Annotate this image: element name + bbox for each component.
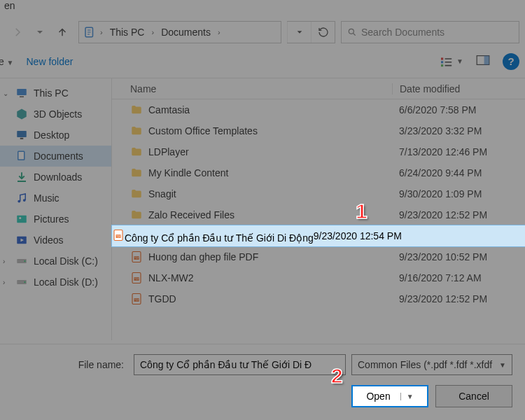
view-options-button[interactable]: ▼ xyxy=(440,56,463,67)
up-button[interactable] xyxy=(52,22,73,43)
recent-locations-button[interactable] xyxy=(29,22,50,43)
svg-rect-7 xyxy=(17,89,27,95)
sidebar-item-videos[interactable]: Videos xyxy=(0,230,111,251)
navigation-sidebar: ⌄ This PC 3D Objects Desktop Documents xyxy=(0,78,112,340)
svg-rect-9 xyxy=(17,131,27,137)
folder-icon xyxy=(130,146,143,158)
videos-icon xyxy=(15,234,28,246)
svg-rect-4 xyxy=(441,64,443,66)
svg-point-15 xyxy=(19,217,21,219)
file-date: 3/23/2020 3:32 PM xyxy=(392,125,525,136)
file-name: Custom Office Templates xyxy=(148,125,258,136)
expand-icon: › xyxy=(3,279,10,286)
sidebar-item-music[interactable]: Music xyxy=(0,188,111,209)
file-date: 7/13/2020 12:46 PM xyxy=(392,146,525,158)
desktop-icon xyxy=(15,129,28,141)
file-list-pane: Name Date modified Camtasia6/6/2020 7:58… xyxy=(112,78,525,340)
file-row[interactable]: Custom Office Templates3/23/2020 3:32 PM xyxy=(112,120,525,141)
back-button[interactable] xyxy=(0,22,6,43)
file-row[interactable]: Zalo Received Files9/23/2020 12:52 PM xyxy=(112,204,525,225)
svg-rect-2 xyxy=(441,57,443,59)
folder-icon xyxy=(130,104,143,116)
file-row[interactable]: Snagit9/30/2020 1:09 PM xyxy=(112,183,525,204)
file-name: LDPlayer xyxy=(148,146,189,158)
sidebar-item-documents[interactable]: Documents xyxy=(0,146,111,167)
address-path[interactable]: › This PC › Documents › xyxy=(78,21,281,43)
sidebar-item-label: Local Disk (C:) xyxy=(34,255,98,267)
sidebar-item-pictures[interactable]: Pictures xyxy=(0,209,111,230)
sidebar-item-this-pc[interactable]: ⌄ This PC xyxy=(0,83,111,104)
refresh-button[interactable] xyxy=(311,22,335,43)
expand-icon: › xyxy=(3,258,10,265)
split-chevron-icon[interactable]: ▼ xyxy=(400,393,414,400)
chevron-icon: › xyxy=(150,28,155,36)
file-name: NLX-MW2 xyxy=(148,272,194,284)
column-date-modified[interactable]: Date modified xyxy=(392,83,525,94)
svg-rect-11 xyxy=(18,151,24,160)
address-bar-row: › This PC › Documents › Search Documents xyxy=(0,13,525,45)
pdf-icon: PDF xyxy=(112,229,125,241)
sidebar-item-local-disk-c[interactable]: › Local Disk (C:) xyxy=(0,251,111,272)
svg-point-13 xyxy=(23,199,26,202)
file-row[interactable]: PDFHuong dan ghep file PDF9/23/2020 10:5… xyxy=(112,246,525,267)
breadcrumb-documents[interactable]: Documents xyxy=(158,27,214,38)
folder-icon xyxy=(130,209,143,221)
sidebar-item-3d-objects[interactable]: 3D Objects xyxy=(0,104,111,125)
file-date: 9/23/2020 12:52 PM xyxy=(392,293,525,304)
svg-rect-10 xyxy=(20,138,24,139)
svg-text:PDF: PDF xyxy=(134,257,139,260)
column-name[interactable]: Name xyxy=(112,83,392,94)
organize-menu[interactable]: nize ▼ xyxy=(0,56,13,67)
pictures-icon xyxy=(15,213,28,225)
forward-button[interactable] xyxy=(7,22,28,43)
open-button[interactable]: Open ▼ xyxy=(351,385,428,407)
file-row[interactable]: My Kindle Content6/24/2020 9:44 PM xyxy=(112,162,525,183)
file-date: 6/24/2020 9:44 PM xyxy=(392,167,525,178)
filename-input[interactable] xyxy=(134,354,346,375)
file-type-filter[interactable]: Common Files (*.pdf *.fdf *.xfdf ▼ xyxy=(351,354,512,375)
file-name: Huong dan ghep file PDF xyxy=(148,251,258,262)
collapse-icon: ⌄ xyxy=(3,90,10,97)
sidebar-item-downloads[interactable]: Downloads xyxy=(0,167,111,188)
highlight-cutout: PDFCông ty Cổ phần Đầu tư Thế Giới Di Độ… xyxy=(112,225,525,246)
file-row[interactable]: Camtasia6/6/2020 7:58 PM xyxy=(112,99,525,120)
bottom-panel: File name: Common Files (*.pdf *.fdf *.x… xyxy=(0,344,525,420)
search-input[interactable]: Search Documents xyxy=(341,21,519,43)
file-name: Công ty Cổ phần Đầu tư Thế Giới Di Động xyxy=(125,232,314,244)
file-date: 9/23/2020 10:52 PM xyxy=(392,251,525,262)
chevron-icon: › xyxy=(216,28,222,36)
svg-rect-3 xyxy=(441,61,443,63)
svg-text:PDF: PDF xyxy=(115,234,121,237)
file-name: TGDD xyxy=(148,293,176,304)
preview-pane-button[interactable] xyxy=(476,55,490,68)
file-row[interactable]: PDFNLX-MW29/16/2020 7:12 AM xyxy=(112,267,525,288)
sidebar-item-label: This PC xyxy=(34,88,69,99)
disk-icon xyxy=(15,255,28,267)
folder-icon xyxy=(130,125,143,137)
file-date: 9/23/2020 12:54 PM xyxy=(314,230,402,241)
sidebar-item-label: Videos xyxy=(34,234,64,246)
sidebar-item-label: Downloads xyxy=(34,172,82,183)
file-date: 9/16/2020 7:12 AM xyxy=(392,272,525,284)
sidebar-item-label: Documents xyxy=(34,150,83,162)
file-row[interactable]: PDFTGDD9/23/2020 12:52 PM xyxy=(112,288,525,309)
help-button[interactable]: ? xyxy=(503,53,519,70)
file-row[interactable]: LDPlayer7/13/2020 12:46 PM xyxy=(112,141,525,162)
cancel-button[interactable]: Cancel xyxy=(435,385,512,407)
sidebar-item-local-disk-d[interactable]: › Local Disk (D:) xyxy=(0,272,111,293)
sidebar-item-desktop[interactable]: Desktop xyxy=(0,125,111,146)
svg-text:PDF: PDF xyxy=(134,299,139,302)
svg-rect-14 xyxy=(17,216,27,223)
svg-point-18 xyxy=(24,260,25,262)
pdf-icon: PDF xyxy=(130,293,143,305)
chevron-down-icon: ▼ xyxy=(499,361,506,369)
svg-rect-6 xyxy=(484,56,489,65)
title-bar-fragment: en xyxy=(0,0,525,13)
toolbar: nize ▼ New folder ▼ ? xyxy=(0,45,525,78)
svg-point-20 xyxy=(24,281,25,283)
address-dropdown-button[interactable] xyxy=(287,22,311,43)
sidebar-item-label: Music xyxy=(34,192,59,204)
sidebar-item-label: 3D Objects xyxy=(34,108,82,120)
breadcrumb-this-pc[interactable]: This PC xyxy=(107,27,148,38)
new-folder-button[interactable]: New folder xyxy=(26,56,73,67)
